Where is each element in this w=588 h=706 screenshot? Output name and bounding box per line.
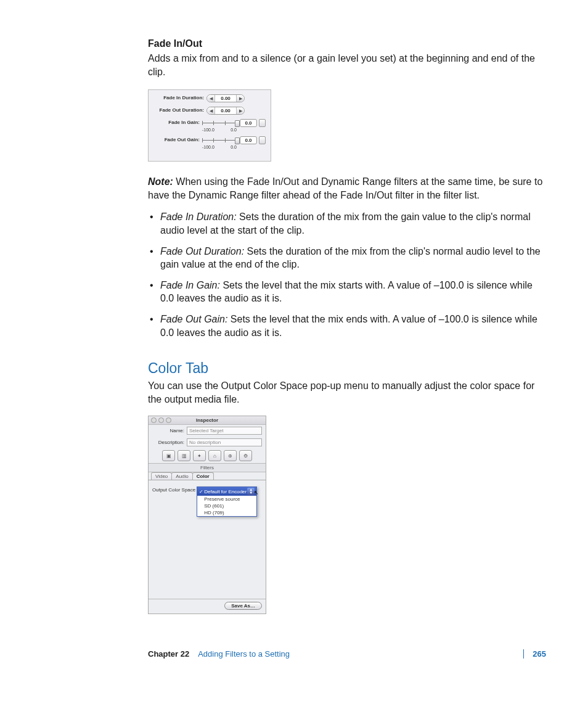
fade-out-gain-slider[interactable] <box>202 138 237 144</box>
note-label: Note: <box>148 176 173 187</box>
encoder-icon[interactable]: ▣ <box>162 450 175 461</box>
summary-icon[interactable]: ⚙ <box>239 450 252 461</box>
fade-in-gain-slider[interactable] <box>202 120 237 126</box>
slider-thumb-icon[interactable] <box>235 120 240 127</box>
slider-thumb-icon[interactable] <box>235 138 240 144</box>
name-label: Name: <box>152 428 187 433</box>
scale-max: 0.0 <box>231 128 237 132</box>
fade-out-duration-spinner[interactable]: ◀ 0.00 ▶ <box>206 107 245 115</box>
filters-icon[interactable]: ✦ <box>193 450 206 461</box>
popup-selected[interactable]: ✓ Default for Encoder ▲▼ ↖ <box>197 487 256 496</box>
fade-in-gain-value[interactable]: 0.0 <box>240 119 257 127</box>
spinner-value: 0.00 <box>214 107 237 114</box>
scale-min: -100.0 <box>202 145 214 149</box>
spinner-left-icon[interactable]: ◀ <box>207 107 214 114</box>
spinner-right-icon[interactable]: ▶ <box>237 95 244 102</box>
fade-panel-figure: Fade In Duration: ◀ 0.00 ▶ Fade Out Dura… <box>148 89 271 162</box>
bullet-term: Fade In Duration: <box>160 211 237 222</box>
checkmark-icon: ✓ <box>198 489 204 495</box>
popup-selected-label: Default for Encoder <box>204 489 247 495</box>
spinner-value: 0.00 <box>214 95 237 102</box>
chapter-label: Chapter 22 <box>148 649 189 659</box>
tab-video[interactable]: Video <box>151 472 172 480</box>
inspector-titlebar: Inspector <box>149 416 266 425</box>
scale-max: 0.0 <box>231 145 237 149</box>
geometry-icon[interactable]: ⌂ <box>208 450 221 461</box>
list-item: Fade In Duration: Sets the duration of t… <box>148 210 546 237</box>
section-heading-fade: Fade In/Out <box>148 38 546 49</box>
scale-min: -100.0 <box>202 128 214 132</box>
tab-color[interactable]: Color <box>192 472 214 480</box>
list-item: Fade Out Duration: Sets the duration of … <box>148 245 546 271</box>
tab-audio[interactable]: Audio <box>171 472 192 480</box>
inspector-title: Inspector <box>149 417 266 423</box>
fade-in-duration-spinner[interactable]: ◀ 0.00 ▶ <box>206 94 245 102</box>
cursor-icon: ↖ <box>254 490 259 496</box>
chapter-title: Adding Filters to a Setting <box>198 649 290 659</box>
save-as-button[interactable]: Save As… <box>224 602 262 610</box>
frame-icon[interactable]: ▥ <box>178 450 190 461</box>
list-item: Fade Out Gain: Sets the level that the m… <box>148 313 546 339</box>
bullet-term: Fade Out Gain: <box>160 314 227 324</box>
page-footer: Chapter 22 Adding Filters to a Setting 2… <box>148 649 546 659</box>
toolbar-icons: ▣ ▥ ✦ ⌂ ⊕ ⚙ <box>149 448 266 463</box>
filters-bar: Filters <box>149 463 266 472</box>
spinner-right-icon[interactable]: ▶ <box>237 107 244 114</box>
fade-in-gain-label: Fade In Gain: <box>153 119 202 126</box>
popup-item[interactable]: Preserve source <box>197 496 256 503</box>
actions-icon[interactable]: ⊕ <box>224 450 237 461</box>
popup-item[interactable]: SD (601) <box>197 503 256 509</box>
bullet-term: Fade In Gain: <box>160 280 220 290</box>
name-field[interactable]: Selected Target <box>187 427 262 435</box>
page-number: 265 <box>523 649 546 659</box>
list-item: Fade In Gain: Sets the level that the mi… <box>148 279 546 305</box>
popup-item[interactable]: HD (709) <box>197 509 256 516</box>
note-paragraph: Note: When using the Fade In/Out and Dyn… <box>148 175 546 202</box>
fade-out-gain-label: Fade Out Gain: <box>153 136 202 144</box>
spinner-left-icon[interactable]: ◀ <box>207 95 214 102</box>
output-color-space-label: Output Color Space <box>152 486 195 493</box>
description-label: Description: <box>152 440 187 445</box>
fade-out-gain-value[interactable]: 0.0 <box>240 136 257 144</box>
inspector-figure: Inspector Name: Selected Target Descript… <box>148 416 266 614</box>
section-para-fade: Adds a mix from and to a silence (or a g… <box>148 52 546 78</box>
stepper-icon[interactable] <box>259 136 266 144</box>
description-field[interactable]: No description <box>187 438 262 446</box>
fade-out-duration-label: Fade Out Duration: <box>153 107 206 114</box>
note-text: When using the Fade In/Out and Dynamic R… <box>148 176 542 200</box>
stepper-icon[interactable] <box>259 119 266 127</box>
bullet-list: Fade In Duration: Sets the duration of t… <box>148 210 546 339</box>
color-tab-para: You can use the Output Color Space pop-u… <box>148 379 546 406</box>
fade-in-duration-label: Fade In Duration: <box>153 94 206 102</box>
color-tab-heading: Color Tab <box>148 360 546 377</box>
output-color-space-popup[interactable]: ✓ Default for Encoder ▲▼ ↖ Preserve sour… <box>197 486 257 517</box>
bullet-term: Fade Out Duration: <box>160 246 244 257</box>
